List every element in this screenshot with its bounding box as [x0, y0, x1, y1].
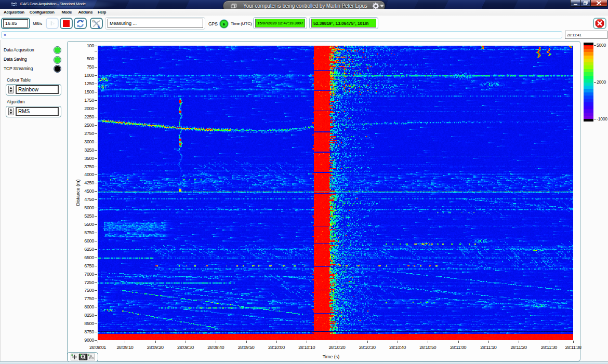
- rate-input[interactable]: 16.85: [3, 19, 28, 28]
- y-tick: [95, 75, 97, 76]
- x-tick: [458, 341, 459, 343]
- y-tick-label: 2000: [73, 106, 94, 111]
- spin-down-icon[interactable]: [9, 112, 13, 115]
- chevron-down-icon[interactable]: [380, 5, 384, 7]
- abort-button[interactable]: [593, 18, 606, 29]
- led-data-acquisition: [54, 46, 61, 54]
- x-tick-label: 28:10:10: [298, 345, 315, 350]
- algorithm-spinner[interactable]: [8, 107, 14, 115]
- tools-icon: [92, 19, 101, 28]
- y-tick: [95, 332, 97, 332]
- menu-addons[interactable]: Addons: [78, 10, 92, 15]
- y-tick-label: 6250: [73, 246, 94, 251]
- x-tick-label: 28:10:20: [328, 345, 345, 350]
- led-label-data-saving: Data Saving: [4, 57, 27, 62]
- x-tick: [428, 341, 428, 343]
- triangle-down-icon: [10, 90, 12, 92]
- minimize-button[interactable]: [570, 0, 580, 7]
- menu-mode[interactable]: Mode: [62, 10, 72, 15]
- y-tick-label: 500: [73, 56, 94, 61]
- y-tick: [95, 59, 97, 59]
- colorbar: [584, 43, 593, 122]
- y-tick: [95, 100, 97, 101]
- led-tcp-streaming: [54, 65, 61, 73]
- y-tick: [95, 150, 97, 151]
- y-tick-label: 1750: [73, 98, 94, 103]
- y-tick-label: 2500: [73, 122, 94, 127]
- y-axis-title: Distance (m): [75, 161, 81, 224]
- y-tick: [95, 208, 97, 208]
- menu-configuration[interactable]: Configuration: [30, 10, 55, 15]
- y-tick: [95, 266, 97, 266]
- y-tick-label: 8500: [73, 321, 94, 326]
- y-tick-label: 7000: [73, 271, 94, 276]
- y-tick: [95, 216, 97, 217]
- y-tick-label: 7500: [73, 288, 94, 293]
- x-tick-label: 28:11:38: [565, 345, 581, 350]
- colour-table-spinner[interactable]: [8, 86, 14, 93]
- y-tick: [95, 92, 97, 92]
- collapse-glyph[interactable]: «: [4, 32, 6, 37]
- y-tick: [95, 315, 97, 316]
- restore-button[interactable]: [580, 0, 591, 7]
- x-tick: [216, 341, 216, 343]
- x-tick-label: 28:09:10: [117, 345, 134, 350]
- y-tick: [95, 174, 97, 175]
- zoom-tool-icon[interactable]: [79, 354, 87, 360]
- y-tick-label: 8750: [73, 329, 94, 334]
- tools-button[interactable]: [90, 18, 103, 29]
- status-field[interactable]: Measuring ...: [108, 19, 203, 28]
- collapse-bar[interactable]: [1, 31, 562, 38]
- waterfall-plot[interactable]: [98, 46, 573, 340]
- stop-button[interactable]: [60, 18, 73, 29]
- y-tick: [95, 191, 97, 192]
- y-tick: [95, 299, 97, 299]
- menu-bar: Acquisition Configuration Mode Addons He…: [0, 9, 608, 16]
- triangle-up-icon: [10, 109, 12, 111]
- cursor-tool-icon[interactable]: [71, 354, 78, 360]
- x-tick: [155, 341, 156, 343]
- play-button[interactable]: [46, 18, 59, 29]
- y-tick: [95, 167, 97, 167]
- x-tick: [307, 341, 307, 343]
- y-tick-label: 1500: [73, 89, 94, 95]
- y-tick: [95, 46, 97, 46]
- led-data-saving: [54, 56, 61, 64]
- y-tick: [95, 274, 97, 275]
- colorbar-label: 2000: [597, 79, 606, 85]
- y-tick-label: 100: [73, 43, 94, 48]
- colour-table-value[interactable]: Rainbow: [16, 85, 59, 94]
- pan-tool-icon[interactable]: [87, 354, 95, 360]
- x-axis-title: Time (s): [310, 354, 352, 359]
- spin-down-icon[interactable]: [9, 90, 13, 93]
- x-tick-label: 28:10:50: [419, 345, 436, 350]
- led-label-tcp-streaming: TCP Streaming: [4, 66, 33, 71]
- y-tick-label: 5750: [73, 230, 94, 235]
- triangle-up-icon: [10, 87, 12, 89]
- colorbar-label: 5000: [597, 43, 606, 48]
- menu-help[interactable]: Help: [98, 10, 106, 15]
- colorbar-tick: [594, 82, 596, 83]
- y-tick-label: 750: [73, 64, 94, 70]
- x-tick: [246, 341, 247, 343]
- y-tick: [95, 133, 97, 134]
- window-bottom-edge: [0, 361, 608, 364]
- x-tick-label: 28:10:30: [359, 345, 376, 350]
- y-tick: [95, 233, 97, 233]
- algorithm-value[interactable]: RMS: [16, 107, 59, 116]
- x-tick: [398, 341, 398, 343]
- y-tick: [95, 67, 97, 68]
- title-bar: iDAS Data Acquisition - Standard Mode: [0, 0, 608, 9]
- y-tick: [95, 142, 97, 142]
- y-tick-label: 2750: [73, 130, 94, 136]
- x-tick: [367, 341, 368, 343]
- x-tick: [186, 341, 186, 343]
- refresh-button[interactable]: [74, 18, 87, 29]
- menu-acquisition[interactable]: Acquisition: [4, 10, 24, 15]
- close-button[interactable]: [591, 0, 607, 7]
- y-tick-label: 3500: [73, 155, 94, 160]
- x-tick-label: 28:10:40: [389, 345, 406, 350]
- caption-buttons: [570, 0, 607, 7]
- y-tick: [95, 199, 97, 200]
- y-tick: [95, 323, 97, 324]
